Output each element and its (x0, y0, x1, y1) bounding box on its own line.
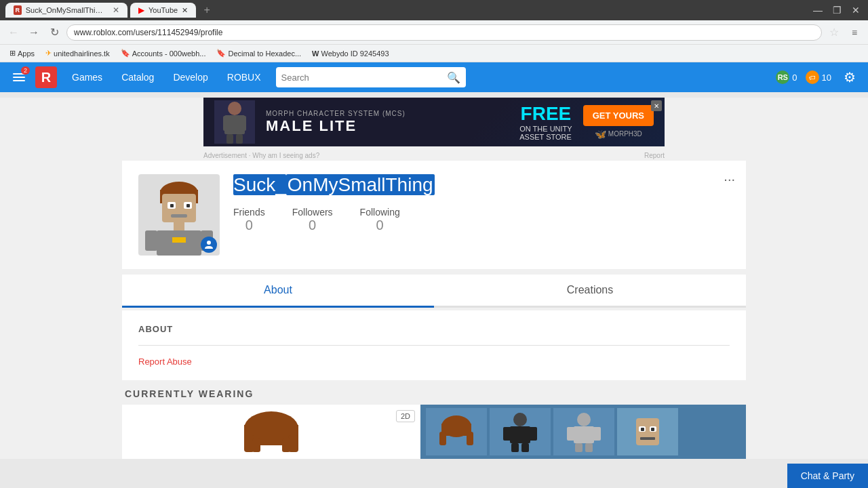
person-icon (204, 240, 214, 249)
address-text: www.roblox.com/users/111452949/profile (74, 28, 222, 37)
svg-rect-38 (567, 427, 575, 441)
ad-title-text: MALE LITE (266, 117, 357, 134)
robux-count: 0 (792, 73, 797, 83)
nav-develop-link[interactable]: Develop (163, 72, 217, 83)
username-plain: Suck_ (233, 174, 286, 195)
apps-icon: ⊞ (9, 49, 16, 58)
svg-rect-32 (503, 427, 511, 441)
svg-point-19 (207, 241, 211, 245)
extensions-button[interactable]: ≡ (846, 24, 863, 41)
accounts-icon: 🔖 (121, 49, 130, 58)
bookmark-webydo-label: Webydo ID 9245493 (321, 49, 389, 58)
bookmarks-bar: ⊞ Apps ✈ unitedhairlines.tk 🔖 Accounts -… (0, 45, 868, 62)
robux-icon: RS (776, 70, 789, 84)
tab-about-label: About (264, 284, 292, 296)
hamburger-menu-button[interactable]: 2 (8, 66, 30, 88)
ad-report-link[interactable]: Report (644, 152, 665, 159)
refresh-button[interactable]: ↻ (46, 24, 62, 41)
svg-point-0 (228, 102, 241, 115)
settings-button[interactable]: ⚙ (840, 67, 860, 87)
maximize-button[interactable]: ❐ (830, 3, 844, 17)
profile-options-button[interactable]: ··· (724, 171, 735, 187)
svg-rect-46 (651, 428, 654, 431)
profile-info: Suck_OnMySmallThing Friends 0 Followers … (233, 174, 730, 233)
forward-button[interactable]: → (26, 24, 42, 41)
ad-banner: ✕ MORPH CHARACTER SYSTEM (MCS) MALE LITE (203, 98, 665, 146)
svg-rect-3 (239, 116, 246, 131)
svg-rect-35 (521, 443, 529, 452)
browser-toolbar: ← → ↻ www.roblox.com/users/111452949/pro… (0, 20, 868, 45)
ad-cta-block: GET YOURS 🦋 MORPH3D (583, 105, 654, 140)
wearing-item-4[interactable] (617, 408, 678, 455)
nav-robux-link[interactable]: ROBUX (218, 72, 271, 83)
new-tab-button[interactable]: + (199, 2, 215, 18)
svg-rect-39 (593, 427, 601, 441)
address-bar[interactable]: www.roblox.com/users/111452949/profile (66, 24, 822, 41)
roblox-logo[interactable]: R (35, 66, 57, 88)
followers-label: Followers (292, 207, 333, 218)
ad-close-button[interactable]: ✕ (651, 100, 662, 111)
svg-rect-24 (252, 439, 260, 452)
avatar-container (138, 174, 220, 256)
robux-display[interactable]: RS 0 (776, 70, 797, 84)
bookmark-apps[interactable]: ⊞ Apps (5, 47, 39, 59)
nav-catalog-link[interactable]: Catalog (112, 72, 163, 83)
nav-right-section: RS 0 🏷 10 ⚙ (776, 67, 860, 87)
airlines-icon: ✈ (45, 49, 52, 58)
bookmark-webydo[interactable]: W Webydo ID 9245493 (308, 48, 393, 59)
active-tab-title: Suck_OnMySmallThing - R... (26, 6, 106, 14)
active-tab[interactable]: R Suck_OnMySmallThing - R... ✕ (5, 3, 127, 18)
profile-username: Suck_OnMySmallThing (233, 174, 730, 196)
tickets-display[interactable]: 🏷 10 (806, 70, 831, 84)
close-window-button[interactable]: ✕ (849, 3, 863, 17)
bookmark-decimal[interactable]: 🔖 Decimal to Hexadec... (212, 47, 305, 59)
bookmark-accounts-label: Accounts - 000webh... (132, 49, 206, 58)
about-section-title: ABOUT (138, 324, 730, 334)
bookmark-accounts[interactable]: 🔖 Accounts - 000webh... (117, 47, 210, 59)
followers-value: 0 (292, 218, 333, 233)
friends-stat[interactable]: Friends 0 (233, 207, 265, 233)
profile-tabs: About Creations (122, 274, 746, 308)
toggle-2d-button[interactable]: 2D (396, 410, 415, 422)
svg-rect-4 (226, 134, 233, 144)
minimize-button[interactable]: — (811, 3, 825, 17)
profile-card: Suck_OnMySmallThing Friends 0 Followers … (122, 161, 746, 269)
back-button[interactable]: ← (5, 24, 22, 41)
wearing-item-3[interactable] (553, 408, 614, 455)
menu-line-2 (13, 77, 25, 78)
search-bar[interactable]: 🔍 (276, 67, 466, 87)
wearing-main-item-preview (237, 408, 305, 455)
tab-close-youtube[interactable]: ✕ (182, 6, 188, 15)
svg-rect-41 (585, 443, 593, 452)
friends-label: Friends (233, 207, 265, 218)
svg-rect-34 (511, 443, 519, 452)
tab-creations[interactable]: Creations (434, 274, 746, 306)
about-section: ABOUT Report Abuse (122, 310, 746, 380)
svg-rect-45 (641, 428, 644, 431)
followers-stat[interactable]: Followers 0 (292, 207, 333, 233)
svg-rect-16 (172, 237, 186, 243)
bookmark-star[interactable]: ☆ (826, 24, 842, 41)
bookmark-airlines-label: unitedhairlines.tk (54, 49, 110, 58)
nav-games-link[interactable]: Games (62, 72, 112, 83)
tab-about[interactable]: About (122, 274, 434, 308)
svg-rect-47 (640, 437, 655, 440)
profile-stats: Friends 0 Followers 0 Following 0 (233, 207, 730, 233)
youtube-tab[interactable]: ▶ YouTube ✕ (130, 3, 196, 18)
search-input[interactable] (281, 73, 447, 83)
report-abuse-link[interactable]: Report Abuse (138, 357, 192, 367)
svg-rect-33 (529, 427, 537, 441)
ad-cta-button[interactable]: GET YOURS (583, 105, 654, 126)
chat-party-button[interactable]: Chat & Party (787, 464, 868, 488)
ad-brand: 🦋 MORPH3D (595, 129, 642, 140)
wearing-item-2[interactable] (490, 408, 551, 455)
svg-rect-29 (467, 432, 473, 445)
wearing-item-1[interactable] (426, 408, 487, 455)
search-icon[interactable]: 🔍 (447, 71, 460, 84)
following-stat[interactable]: Following 0 (360, 207, 400, 233)
webydo-icon: W (312, 49, 319, 58)
bookmark-airlines[interactable]: ✈ unitedhairlines.tk (41, 47, 114, 59)
svg-rect-31 (510, 426, 530, 443)
tab-close-roblox[interactable]: ✕ (113, 5, 119, 15)
ad-notice-text: Advertisement · Why am I seeing ads? (203, 152, 319, 159)
